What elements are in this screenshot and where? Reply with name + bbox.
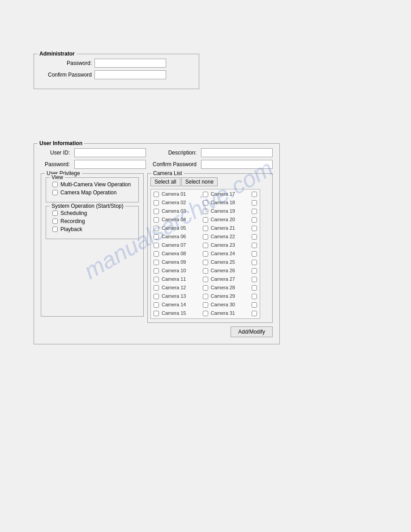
camera-name: Camera 04 xyxy=(161,216,201,224)
camera-list-legend: Camera List xyxy=(151,170,184,176)
camera-checkbox[interactable] xyxy=(154,302,159,308)
camera-checkbox[interactable] xyxy=(154,260,159,265)
user-password-input[interactable] xyxy=(74,160,146,169)
select-none-button[interactable]: Select none xyxy=(181,177,218,186)
camera-checkbox[interactable] xyxy=(154,217,159,223)
select-all-button[interactable]: Select all xyxy=(150,177,180,186)
camera-checkbox[interactable] xyxy=(252,243,257,248)
camera-checkbox[interactable] xyxy=(203,226,208,231)
camera-checkbox[interactable] xyxy=(252,200,257,206)
camera-map-label: Camera Map Operation xyxy=(60,189,116,196)
camera-checkbox[interactable] xyxy=(252,277,257,282)
camera-name: Camera 23 xyxy=(210,241,250,249)
admin-password-row: Password: xyxy=(41,59,192,68)
admin-password-label: Password: xyxy=(41,60,94,66)
camera-name: Camera 29 xyxy=(210,292,250,300)
camera-name: Camera 32 xyxy=(210,318,250,318)
camera-map-row: Camera Map Operation xyxy=(51,189,134,196)
camera-checkbox[interactable] xyxy=(154,311,159,316)
camera-checkbox[interactable] xyxy=(203,311,208,316)
camera-checkbox[interactable] xyxy=(252,251,257,257)
camera-checkbox[interactable] xyxy=(203,192,208,197)
camera-checkbox[interactable] xyxy=(154,234,159,240)
horizontal-scrollbar[interactable]: ◀ ▶ xyxy=(151,318,260,319)
camera-name: Camera 10 xyxy=(161,267,201,275)
camera-buttons: Select all Select none xyxy=(150,177,270,186)
camera-checkbox[interactable] xyxy=(203,234,208,240)
camera-checkbox[interactable] xyxy=(203,260,208,265)
camera-name: Camera 20 xyxy=(210,216,250,224)
camera-checkbox[interactable] xyxy=(203,209,208,214)
camera-checkbox[interactable] xyxy=(252,260,257,265)
camera-name: Camera 22 xyxy=(210,233,250,241)
camera-checkbox[interactable] xyxy=(252,226,257,231)
user-info-box: User Information User ID: Description: P… xyxy=(34,143,280,344)
camera-checkbox[interactable] xyxy=(203,217,208,223)
camera-checkbox[interactable] xyxy=(252,311,257,316)
camera-checkbox[interactable] xyxy=(252,209,257,214)
camera-checkbox[interactable] xyxy=(154,209,159,214)
multi-camera-checkbox[interactable] xyxy=(52,182,58,187)
main-content: User Privilege View Multi-Camera View Op… xyxy=(41,173,273,323)
recording-checkbox[interactable] xyxy=(52,219,58,224)
camera-name: Camera 13 xyxy=(161,292,201,300)
user-password-label: Password: xyxy=(41,161,72,167)
camera-scroll-area[interactable]: Camera 01Camera 17Camera 02Camera 18Came… xyxy=(151,189,260,318)
camera-checkbox[interactable] xyxy=(154,243,159,248)
user-id-input[interactable] xyxy=(74,148,146,157)
camera-name: Camera 15 xyxy=(161,309,201,317)
admin-confirm-input[interactable] xyxy=(94,70,166,79)
description-label: Description: xyxy=(149,150,198,156)
scroll-left-arrow[interactable]: ◀ xyxy=(151,319,157,319)
camera-name: Camera 12 xyxy=(161,284,201,292)
camera-list-section: Camera List Select all Select none Camer… xyxy=(147,173,273,323)
playback-row: Playback xyxy=(51,226,134,232)
add-modify-button[interactable]: Add/Modify xyxy=(231,326,273,337)
camera-checkbox[interactable] xyxy=(252,234,257,240)
page-container: Administrator Password: Confirm Password… xyxy=(0,0,411,532)
camera-checkbox[interactable] xyxy=(154,277,159,282)
camera-checkbox[interactable] xyxy=(252,192,257,197)
camera-checkbox[interactable] xyxy=(252,217,257,223)
camera-name: Camera 31 xyxy=(210,309,250,317)
description-input[interactable] xyxy=(201,148,273,157)
camera-checkbox[interactable] xyxy=(252,268,257,274)
camera-checkbox[interactable] xyxy=(203,268,208,274)
user-confirm-label: Confirm Password xyxy=(149,161,198,167)
admin-password-input[interactable] xyxy=(94,59,166,68)
camera-name: Camera 27 xyxy=(210,275,250,283)
camera-checkbox[interactable] xyxy=(154,200,159,206)
camera-map-checkbox[interactable] xyxy=(52,190,58,195)
camera-list-box: Camera List Select all Select none Camer… xyxy=(147,173,273,323)
camera-checkbox[interactable] xyxy=(203,200,208,206)
camera-checkbox[interactable] xyxy=(252,285,257,291)
camera-checkbox[interactable] xyxy=(252,302,257,308)
camera-checkbox[interactable] xyxy=(203,277,208,282)
scheduling-checkbox[interactable] xyxy=(52,210,58,216)
camera-checkbox[interactable] xyxy=(154,226,159,231)
camera-checkbox[interactable] xyxy=(154,268,159,274)
user-confirm-input[interactable] xyxy=(201,160,273,169)
admin-box: Administrator Password: Confirm Password xyxy=(34,54,199,89)
camera-checkbox[interactable] xyxy=(154,294,159,299)
camera-checkbox[interactable] xyxy=(154,192,159,197)
privilege-box: User Privilege View Multi-Camera View Op… xyxy=(41,173,144,317)
user-info-legend: User Information xyxy=(38,140,84,146)
scheduling-label: Scheduling xyxy=(60,210,87,216)
camera-checkbox[interactable] xyxy=(203,302,208,308)
system-op-box: System Operation (Start/Stop) Scheduling… xyxy=(46,206,139,239)
camera-checkbox[interactable] xyxy=(154,251,159,257)
camera-name: Camera 01 xyxy=(161,190,201,198)
camera-checkbox[interactable] xyxy=(154,285,159,291)
camera-checkbox[interactable] xyxy=(203,285,208,291)
playback-checkbox[interactable] xyxy=(52,227,58,232)
camera-checkbox[interactable] xyxy=(203,251,208,257)
camera-checkbox[interactable] xyxy=(203,294,208,299)
camera-name: Camera 16 xyxy=(161,318,201,318)
camera-checkbox[interactable] xyxy=(252,294,257,299)
camera-checkbox[interactable] xyxy=(203,243,208,248)
camera-name: Camera 02 xyxy=(161,199,201,207)
user-id-label: User ID: xyxy=(41,150,72,156)
camera-name: Camera 09 xyxy=(161,258,201,266)
scroll-right-arrow[interactable]: ▶ xyxy=(253,319,260,319)
